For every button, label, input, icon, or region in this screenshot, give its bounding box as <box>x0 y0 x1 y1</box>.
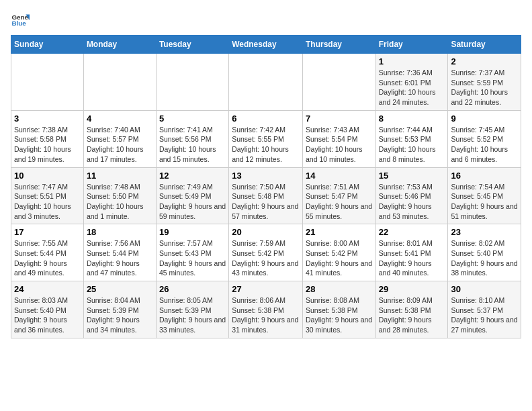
day-cell: 30Sunrise: 8:10 AM Sunset: 5:37 PM Dayli… <box>448 281 521 338</box>
day-info: Sunrise: 7:43 AM Sunset: 5:54 PM Dayligh… <box>306 125 373 165</box>
day-number: 21 <box>306 227 373 237</box>
day-number: 20 <box>232 227 300 237</box>
week-row-3: 10Sunrise: 7:47 AM Sunset: 5:51 PM Dayli… <box>11 167 521 224</box>
day-info: Sunrise: 7:36 AM Sunset: 6:01 PM Dayligh… <box>379 68 445 107</box>
day-number: 3 <box>14 113 81 124</box>
day-info: Sunrise: 7:57 AM Sunset: 5:43 PM Dayligh… <box>159 238 226 278</box>
day-info: Sunrise: 7:49 AM Sunset: 5:49 PM Dayligh… <box>159 182 226 222</box>
weekday-header-row: SundayMondayTuesdayWednesdayThursdayFrid… <box>11 36 521 54</box>
day-cell: 10Sunrise: 7:47 AM Sunset: 5:51 PM Dayli… <box>11 167 84 224</box>
day-number: 22 <box>379 227 445 237</box>
day-cell <box>83 54 156 111</box>
day-number: 11 <box>87 171 153 181</box>
day-cell: 11Sunrise: 7:48 AM Sunset: 5:50 PM Dayli… <box>83 167 156 224</box>
day-info: Sunrise: 7:54 AM Sunset: 5:45 PM Dayligh… <box>451 182 518 222</box>
day-number: 13 <box>232 171 300 181</box>
day-info: Sunrise: 7:53 AM Sunset: 5:46 PM Dayligh… <box>379 182 445 222</box>
day-cell: 21Sunrise: 8:00 AM Sunset: 5:42 PM Dayli… <box>302 224 375 281</box>
day-info: Sunrise: 8:05 AM Sunset: 5:39 PM Dayligh… <box>159 295 226 335</box>
weekday-header-saturday: Saturday <box>448 36 521 54</box>
day-cell: 15Sunrise: 7:53 AM Sunset: 5:46 PM Dayli… <box>375 167 448 224</box>
day-cell: 22Sunrise: 8:01 AM Sunset: 5:41 PM Dayli… <box>375 224 448 281</box>
day-cell: 17Sunrise: 7:55 AM Sunset: 5:44 PM Dayli… <box>11 224 84 281</box>
day-info: Sunrise: 7:41 AM Sunset: 5:56 PM Dayligh… <box>159 125 226 165</box>
day-number: 7 <box>306 113 373 124</box>
day-info: Sunrise: 7:40 AM Sunset: 5:57 PM Dayligh… <box>87 125 153 165</box>
day-number: 19 <box>159 227 226 237</box>
day-number: 15 <box>379 171 445 181</box>
day-info: Sunrise: 7:56 AM Sunset: 5:44 PM Dayligh… <box>87 238 153 278</box>
day-info: Sunrise: 8:00 AM Sunset: 5:42 PM Dayligh… <box>306 238 373 278</box>
day-number: 24 <box>14 284 81 294</box>
day-number: 17 <box>14 227 81 237</box>
day-number: 27 <box>232 284 300 294</box>
logo-icon: General Blue <box>11 11 30 30</box>
day-info: Sunrise: 7:42 AM Sunset: 5:55 PM Dayligh… <box>232 125 300 165</box>
day-cell: 5Sunrise: 7:41 AM Sunset: 5:56 PM Daylig… <box>156 110 228 167</box>
day-info: Sunrise: 7:51 AM Sunset: 5:47 PM Dayligh… <box>306 182 373 222</box>
day-cell <box>11 54 84 111</box>
day-number: 2 <box>451 56 518 66</box>
day-cell: 28Sunrise: 8:08 AM Sunset: 5:38 PM Dayli… <box>302 281 375 338</box>
day-cell: 9Sunrise: 7:45 AM Sunset: 5:52 PM Daylig… <box>448 110 521 167</box>
day-number: 28 <box>306 284 373 294</box>
day-cell: 4Sunrise: 7:40 AM Sunset: 5:57 PM Daylig… <box>83 110 156 167</box>
week-row-5: 24Sunrise: 8:03 AM Sunset: 5:40 PM Dayli… <box>11 281 521 338</box>
day-cell: 8Sunrise: 7:44 AM Sunset: 5:53 PM Daylig… <box>375 110 448 167</box>
day-info: Sunrise: 7:48 AM Sunset: 5:50 PM Dayligh… <box>87 182 153 222</box>
day-cell: 2Sunrise: 7:37 AM Sunset: 5:59 PM Daylig… <box>448 54 521 111</box>
day-info: Sunrise: 7:59 AM Sunset: 5:42 PM Dayligh… <box>232 238 300 278</box>
weekday-header-thursday: Thursday <box>302 36 375 54</box>
day-info: Sunrise: 8:02 AM Sunset: 5:40 PM Dayligh… <box>451 238 518 278</box>
day-info: Sunrise: 8:06 AM Sunset: 5:38 PM Dayligh… <box>232 295 300 335</box>
day-number: 1 <box>379 56 445 66</box>
page-header: General Blue <box>11 11 521 30</box>
day-cell <box>229 54 303 111</box>
day-number: 9 <box>451 113 518 124</box>
day-number: 30 <box>451 284 518 294</box>
day-number: 10 <box>14 171 81 181</box>
day-cell <box>302 54 375 111</box>
day-number: 4 <box>87 113 153 124</box>
day-info: Sunrise: 7:47 AM Sunset: 5:51 PM Dayligh… <box>14 182 81 222</box>
day-number: 12 <box>159 171 226 181</box>
day-info: Sunrise: 8:01 AM Sunset: 5:41 PM Dayligh… <box>379 238 445 278</box>
weekday-header-friday: Friday <box>375 36 448 54</box>
day-info: Sunrise: 7:38 AM Sunset: 5:58 PM Dayligh… <box>14 125 81 165</box>
day-cell: 27Sunrise: 8:06 AM Sunset: 5:38 PM Dayli… <box>229 281 303 338</box>
day-cell: 24Sunrise: 8:03 AM Sunset: 5:40 PM Dayli… <box>11 281 84 338</box>
day-number: 25 <box>87 284 153 294</box>
day-info: Sunrise: 7:45 AM Sunset: 5:52 PM Dayligh… <box>451 125 518 165</box>
calendar-table: SundayMondayTuesdayWednesdayThursdayFrid… <box>11 35 521 338</box>
day-cell: 14Sunrise: 7:51 AM Sunset: 5:47 PM Dayli… <box>302 167 375 224</box>
day-cell: 20Sunrise: 7:59 AM Sunset: 5:42 PM Dayli… <box>229 224 303 281</box>
day-info: Sunrise: 7:44 AM Sunset: 5:53 PM Dayligh… <box>379 125 445 165</box>
day-cell: 16Sunrise: 7:54 AM Sunset: 5:45 PM Dayli… <box>448 167 521 224</box>
svg-text:Blue: Blue <box>11 19 26 27</box>
day-cell: 1Sunrise: 7:36 AM Sunset: 6:01 PM Daylig… <box>375 54 448 111</box>
weekday-header-sunday: Sunday <box>11 36 84 54</box>
day-number: 8 <box>379 113 445 124</box>
day-cell: 7Sunrise: 7:43 AM Sunset: 5:54 PM Daylig… <box>302 110 375 167</box>
day-info: Sunrise: 7:37 AM Sunset: 5:59 PM Dayligh… <box>451 68 518 107</box>
day-info: Sunrise: 8:04 AM Sunset: 5:39 PM Dayligh… <box>87 295 153 335</box>
weekday-header-wednesday: Wednesday <box>229 36 303 54</box>
day-cell: 19Sunrise: 7:57 AM Sunset: 5:43 PM Dayli… <box>156 224 228 281</box>
week-row-4: 17Sunrise: 7:55 AM Sunset: 5:44 PM Dayli… <box>11 224 521 281</box>
day-cell: 13Sunrise: 7:50 AM Sunset: 5:48 PM Dayli… <box>229 167 303 224</box>
day-cell: 3Sunrise: 7:38 AM Sunset: 5:58 PM Daylig… <box>11 110 84 167</box>
day-cell: 26Sunrise: 8:05 AM Sunset: 5:39 PM Dayli… <box>156 281 228 338</box>
day-number: 5 <box>159 113 226 124</box>
day-cell: 23Sunrise: 8:02 AM Sunset: 5:40 PM Dayli… <box>448 224 521 281</box>
day-cell: 25Sunrise: 8:04 AM Sunset: 5:39 PM Dayli… <box>83 281 156 338</box>
day-number: 6 <box>232 113 300 124</box>
logo: General Blue <box>11 11 30 30</box>
day-number: 23 <box>451 227 518 237</box>
day-number: 14 <box>306 171 373 181</box>
weekday-header-tuesday: Tuesday <box>156 36 228 54</box>
day-cell: 29Sunrise: 8:09 AM Sunset: 5:38 PM Dayli… <box>375 281 448 338</box>
day-cell: 6Sunrise: 7:42 AM Sunset: 5:55 PM Daylig… <box>229 110 303 167</box>
week-row-2: 3Sunrise: 7:38 AM Sunset: 5:58 PM Daylig… <box>11 110 521 167</box>
day-number: 16 <box>451 171 518 181</box>
day-number: 26 <box>159 284 226 294</box>
